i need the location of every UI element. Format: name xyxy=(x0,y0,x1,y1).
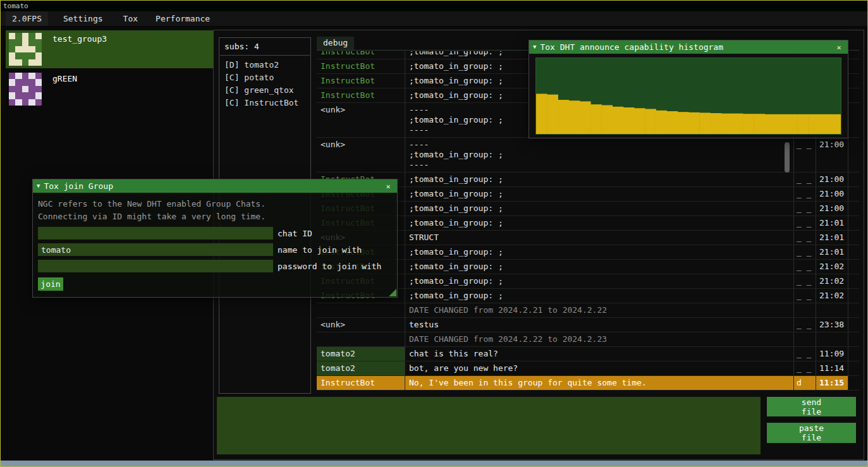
join-name-label: name to join with xyxy=(278,245,362,255)
message-text: ;tomato_in_group: ; xyxy=(405,289,794,303)
message-text: ;tomato_in_group: ; xyxy=(405,274,794,288)
member-item[interactable]: [C] InstructBot xyxy=(219,97,310,110)
chat-scrollbar[interactable] xyxy=(785,142,790,173)
message-text: STRUCT xyxy=(405,231,794,245)
message-timestamp xyxy=(816,303,848,317)
row-filler xyxy=(848,187,859,201)
join-group-titlebar[interactable]: ▼ Tox join Group ✕ xyxy=(33,179,397,193)
chat-message-row: tomato2bot, are you new here?_ _11:14 xyxy=(317,361,859,376)
row-filler xyxy=(848,332,859,346)
join-group-body: NGC refers to the New DHT enabled Group … xyxy=(33,193,397,296)
member-item[interactable]: [C] potato xyxy=(219,72,310,85)
row-filler xyxy=(848,51,859,59)
message-status-flags: _ _ xyxy=(794,347,816,361)
message-author: InstructBot xyxy=(317,74,405,88)
message-status-flags: _ _ xyxy=(794,361,816,375)
message-status-flags: _ _ xyxy=(794,202,816,215)
message-text: testus xyxy=(405,318,794,332)
row-filler xyxy=(848,303,859,317)
message-author: InstructBot xyxy=(317,88,405,102)
window-bottom-edge xyxy=(1,460,867,466)
message-text: ;tomato_in_group: ; xyxy=(405,245,794,259)
message-status-flags: _ _ xyxy=(794,289,816,303)
app-window: tomato 2.0FPS Settings Tox Performance t… xyxy=(0,0,868,467)
row-filler xyxy=(848,245,859,259)
group-avatar xyxy=(9,33,42,66)
menu-bar: 2.0FPS Settings Tox Performance xyxy=(1,11,867,27)
message-author: tomato2 xyxy=(317,347,405,361)
dht-histogram-titlebar[interactable]: ▼ Tox DHT announce capability histogram … xyxy=(529,40,848,54)
collapse-arrow-icon[interactable]: ▼ xyxy=(533,44,536,50)
message-timestamp: 21:02 xyxy=(816,260,848,274)
date-separator-row: DATE CHANGED from 2024.2.21 to 2024.2.22 xyxy=(317,303,859,318)
send-file-button[interactable]: send file xyxy=(767,397,856,416)
message-timestamp: 21:00 xyxy=(816,173,848,186)
join-group-window: ▼ Tox join Group ✕ NGC refers to the New… xyxy=(32,179,398,298)
join-password-input[interactable] xyxy=(38,260,273,272)
chat-message-row: <unk>---- ;tomato_in_group: ; ----_ _21:… xyxy=(317,138,859,173)
sidebar-group-test_group3[interactable]: test_group3 xyxy=(6,30,215,68)
message-timestamp: 21:02 xyxy=(816,289,848,303)
join-name-input[interactable] xyxy=(38,243,273,256)
members-list: [D] tomato2[C] potato[C] green_qtox[C] I… xyxy=(219,59,310,110)
message-timestamp: 11:14 xyxy=(816,361,848,375)
tab-debug[interactable]: debug xyxy=(317,37,354,50)
message-timestamp: 21:01 xyxy=(816,216,848,230)
message-status-flags: _ _ xyxy=(794,274,816,288)
message-status-flags: d xyxy=(794,376,816,390)
message-timestamp: 21:01 xyxy=(816,245,848,259)
close-icon[interactable]: ✕ xyxy=(834,43,844,52)
window-titlebar[interactable]: tomato xyxy=(1,1,867,11)
message-status-flags: _ _ xyxy=(794,138,816,172)
row-filler xyxy=(848,260,859,274)
join-group-title: Tox join Group xyxy=(44,181,379,191)
join-name-row: name to join with xyxy=(38,243,392,256)
row-filler xyxy=(848,216,859,230)
menu-tox[interactable]: Tox xyxy=(117,11,144,26)
menu-settings[interactable]: Settings xyxy=(57,11,109,26)
message-timestamp: 11:15 xyxy=(816,376,848,390)
dht-histogram-title: Tox DHT announce capability histogram xyxy=(540,42,830,52)
member-item[interactable]: [C] green_qtox xyxy=(219,85,310,97)
member-item[interactable]: [D] tomato2 xyxy=(219,59,310,72)
row-filler xyxy=(848,88,859,102)
message-text: No, I've been in this group for quite so… xyxy=(405,376,794,390)
chat-message-row: InstructBotNo, I've been in this group f… xyxy=(317,376,859,391)
message-author: <unk> xyxy=(317,103,405,137)
divider xyxy=(220,55,310,56)
message-status-flags: _ _ xyxy=(794,245,816,259)
message-author: InstructBot xyxy=(317,51,405,59)
join-password-row: password to join with xyxy=(38,260,392,272)
message-text: ;tomato_in_group: ; xyxy=(405,202,794,215)
chat-message-row: InstructBot;tomato_in_group: ;_ _21:01 xyxy=(317,216,859,231)
date-separator-row: DATE CHANGED from 2024.2.22 to 2024.2.23 xyxy=(317,332,859,347)
menu-fps-indicator[interactable]: 2.0FPS xyxy=(6,11,48,26)
message-timestamp: 21:00 xyxy=(816,138,848,172)
message-timestamp: 21:01 xyxy=(816,231,848,245)
message-input[interactable] xyxy=(217,397,761,454)
collapse-arrow-icon[interactable]: ▼ xyxy=(37,183,40,189)
message-author: <unk> xyxy=(317,318,405,332)
chat-message-row: tomato2chat is this real?_ _11:09 xyxy=(317,347,859,361)
close-icon[interactable]: ✕ xyxy=(383,182,393,191)
paste-file-button[interactable]: paste file xyxy=(767,423,856,443)
message-text: ---- ;tomato_in_group: ; ---- xyxy=(405,138,794,172)
window-title: tomato xyxy=(3,2,28,10)
sidebar-group-gREEN[interactable]: gREEN xyxy=(6,70,215,108)
join-button[interactable]: join xyxy=(38,277,63,291)
message-timestamp: 21:00 xyxy=(816,187,848,201)
chat-message-row: <unk>testus_ _23:38 xyxy=(317,318,859,332)
dht-histogram-window: ▼ Tox DHT announce capability histogram … xyxy=(529,40,848,138)
message-text: ;tomato_in_group: ; xyxy=(405,187,794,201)
resize-grip[interactable] xyxy=(389,289,396,296)
chat-id-label: chat ID xyxy=(278,229,312,238)
message-status-flags: _ _ xyxy=(794,187,816,201)
message-author: tomato2 xyxy=(317,361,405,375)
row-filler xyxy=(848,74,859,88)
menu-performance[interactable]: Performance xyxy=(149,11,216,26)
message-status-flags: _ _ xyxy=(794,318,816,332)
message-text: ;tomato_in_group: ; xyxy=(405,260,794,274)
row-filler xyxy=(848,289,859,303)
chat-id-input[interactable] xyxy=(38,227,273,240)
chat-message-row: InstructBot;tomato_in_group: ;_ _21:00 xyxy=(317,202,859,216)
